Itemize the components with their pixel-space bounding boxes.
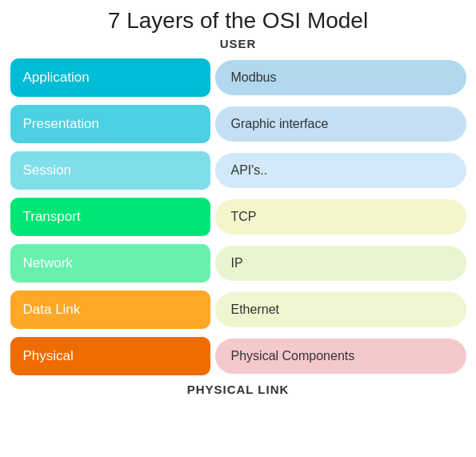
layer-row-session: SessionAPI's..	[10, 148, 466, 192]
layer-row-physical: PhysicalPhysical Components	[10, 334, 466, 378]
layer-desc-transport: TCP	[215, 199, 466, 235]
layer-row-transport: TransportTCP	[10, 194, 466, 239]
layer-desc-datalink: Ethernet	[215, 292, 466, 327]
layer-row-application: ApplicationModbus	[10, 55, 466, 99]
layer-label-presentation: Presentation	[10, 105, 210, 143]
layer-label-application: Application	[10, 58, 210, 97]
layer-row-datalink: Data LinkEthernet	[10, 287, 466, 331]
layers-container: ApplicationModbusPresentationGraphic int…	[10, 55, 466, 378]
layer-row-network: NetworkIP	[10, 241, 466, 285]
layer-row-presentation: PresentationGraphic interface	[10, 102, 466, 146]
layer-desc-presentation: Graphic interface	[215, 106, 466, 142]
layer-desc-application: Modbus	[215, 60, 466, 95]
physical-link-label: PHYSICAL LINK	[187, 383, 290, 396]
layer-label-transport: Transport	[10, 198, 210, 236]
layer-label-datalink: Data Link	[10, 291, 210, 329]
page-title: 7 Layers of the OSI Model	[108, 8, 368, 34]
layer-desc-network: IP	[215, 246, 466, 281]
layer-desc-physical: Physical Components	[215, 339, 466, 374]
layer-label-network: Network	[10, 244, 210, 283]
layer-label-physical: Physical	[10, 337, 210, 375]
layer-desc-session: API's..	[215, 153, 466, 188]
layer-label-session: Session	[10, 151, 210, 190]
user-label: USER	[220, 37, 257, 50]
